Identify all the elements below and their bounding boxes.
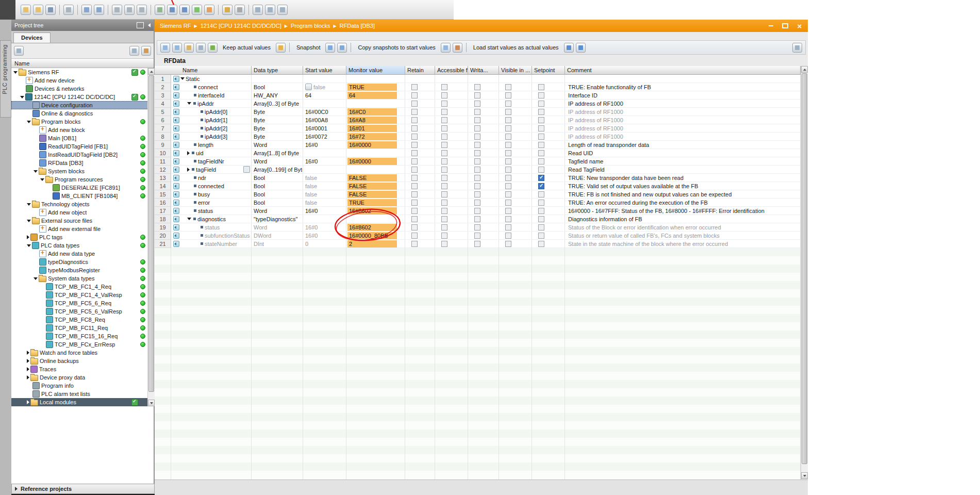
tree-item-mb-client-fb1084[interactable]: MB_CLIENT [FB1084]: [11, 192, 154, 200]
refresh-icon[interactable]: [196, 43, 206, 53]
data-type-cell[interactable]: Word: [252, 157, 303, 166]
tree-item-tcp-mb-fc8-req[interactable]: TCP_MB_FC8_Req: [11, 316, 154, 324]
name-cell[interactable]: interfaceId: [171, 91, 252, 100]
visible-checkbox[interactable]: [505, 200, 511, 206]
setpoint-checkbox[interactable]: [538, 101, 544, 107]
tree-item-device-proxy-data[interactable]: Device proxy data: [11, 373, 154, 382]
data-type-cell[interactable]: "typeDiagnostics": [252, 215, 303, 223]
data-type-cell[interactable]: DInt: [252, 240, 303, 248]
db-row-4-ipaddr[interactable]: 4ipAddrArray[0..3] of ByteIP address of …: [155, 100, 801, 108]
data-type-cell[interactable]: Bool: [252, 190, 303, 199]
row-number[interactable]: 4: [155, 100, 171, 108]
copy-snapshot-values-icon[interactable]: [441, 43, 451, 53]
data-type-cell[interactable]: Byte: [252, 108, 303, 116]
start-value-cell[interactable]: false: [303, 199, 346, 207]
start-value-cell[interactable]: [303, 100, 346, 108]
retain-checkbox[interactable]: [411, 142, 418, 148]
visible-checkbox[interactable]: [505, 208, 511, 214]
reset-start-values-icon[interactable]: [184, 43, 194, 53]
comment-cell[interactable]: State in the state machine of the block …: [565, 240, 801, 248]
tree-item-technology-objects[interactable]: Technology objects: [11, 200, 154, 208]
start-value-cell[interactable]: 16#0: [303, 157, 346, 166]
row-number[interactable]: 7: [155, 124, 171, 133]
monitor-value-cell[interactable]: 16#C0: [346, 108, 405, 116]
data-type-cell[interactable]: Bool: [252, 83, 303, 91]
accessible-checkbox[interactable]: [441, 167, 447, 173]
snapshot-button[interactable]: Snapshot: [293, 43, 323, 52]
db-row-13-ndr[interactable]: 13ndrBoolfalseFALSETRUE: New transponder…: [155, 174, 801, 182]
monitor-value-cell[interactable]: [346, 100, 405, 108]
tree-item-tcp-mb-fc1-4-req[interactable]: TCP_MB_FC1_4_Req: [11, 283, 154, 291]
monitor-value-cell[interactable]: 16#8602: [346, 207, 405, 215]
writable-checkbox[interactable]: [474, 117, 480, 123]
tree-scroll-down-icon[interactable]: [148, 400, 155, 406]
name-cell[interactable]: Static: [171, 75, 252, 83]
retain-checkbox[interactable]: [411, 224, 418, 230]
data-type-cell[interactable]: Byte: [252, 133, 303, 141]
writable-checkbox[interactable]: [474, 200, 480, 206]
name-cell[interactable]: status: [171, 207, 252, 215]
detail-view-icon[interactable]: [792, 43, 802, 53]
name-cell[interactable]: ndr: [171, 174, 252, 182]
snapshot-apply-icon[interactable]: [337, 43, 347, 53]
retain-checkbox[interactable]: [411, 216, 418, 222]
comment-cell[interactable]: Read TagField: [565, 166, 801, 174]
visible-checkbox[interactable]: [505, 233, 511, 239]
expander-icon[interactable]: [187, 168, 190, 172]
setpoint-checkbox[interactable]: [538, 158, 544, 164]
setpoint-checkbox[interactable]: [538, 109, 544, 115]
db-row-20-subfunctionstatus[interactable]: 20subfunctionStatusDWord16#016#0000_80BB…: [155, 232, 801, 240]
writable-checkbox[interactable]: [474, 101, 480, 107]
expander-icon[interactable]: [27, 351, 29, 355]
data-type-cell[interactable]: Word: [252, 207, 303, 215]
row-number[interactable]: 20: [155, 232, 171, 240]
accessible-checkbox[interactable]: [441, 208, 447, 214]
db-row-6-ipaddr-1[interactable]: 6ipAddr[1]Byte16#00A816#A8IP address of …: [155, 116, 801, 124]
tree-item-readuidtagfield-fb1[interactable]: ReadUIDTagField [FB1]: [11, 142, 154, 151]
db-row-17-status[interactable]: 17statusWord16#016#860216#0000 - 16#7FFF…: [155, 207, 801, 215]
download-to-device-icon[interactable]: [167, 5, 177, 15]
writable-checkbox[interactable]: [474, 109, 480, 115]
tree-item-local-modules[interactable]: Local modules: [11, 398, 154, 406]
expander-icon[interactable]: [27, 375, 29, 380]
name-cell[interactable]: stateNumber: [171, 240, 252, 248]
tree-item-tcp-mb-fc5-6-req[interactable]: TCP_MB_FC5_6_Req: [11, 299, 154, 307]
load-values-icon[interactable]: [564, 43, 574, 53]
comment-cell[interactable]: IP address of RF1000: [565, 133, 801, 141]
row-number[interactable]: 19: [155, 223, 171, 232]
monitor-value-cell[interactable]: 16#72: [346, 133, 405, 141]
tree-item-siemens-rf[interactable]: Siemens RF: [11, 68, 154, 76]
tree-scroll-thumb[interactable]: [148, 75, 154, 392]
expander-icon[interactable]: [27, 359, 29, 363]
row-number[interactable]: 15: [155, 190, 171, 199]
copy-snapshot-values-all-icon[interactable]: [453, 43, 462, 53]
accessible-checkbox[interactable]: [441, 92, 447, 98]
start-value-cell[interactable]: 16#0: [303, 232, 346, 240]
start-value-cell[interactable]: [303, 149, 346, 157]
tree-item-rfdata-db3[interactable]: RFData [DB3]: [11, 159, 154, 167]
expander-icon[interactable]: [20, 96, 24, 98]
db-row-14-connected[interactable]: 14connectedBoolfalseFALSETRUE: Valid set…: [155, 182, 801, 190]
visible-checkbox[interactable]: [505, 158, 511, 164]
data-type-cell[interactable]: Array[1..8] of Byte: [252, 149, 303, 157]
accessible-checkbox[interactable]: [441, 200, 447, 206]
copy-snapshots-button[interactable]: Copy snapshots to start values: [355, 43, 438, 52]
name-cell[interactable]: busy: [171, 190, 252, 199]
db-row-10-uid[interactable]: 10uidArray[1..8] of ByteRead UID: [155, 149, 801, 157]
tree-column-header[interactable]: Name: [11, 59, 154, 68]
tree-item-add-new-block[interactable]: Add new block: [11, 126, 154, 134]
cut-icon[interactable]: [112, 5, 122, 15]
start-cpu-icon[interactable]: [192, 5, 202, 15]
tree-view-options-icon[interactable]: [14, 46, 24, 56]
start-value-cell[interactable]: [303, 166, 346, 174]
data-type-cell[interactable]: Byte: [252, 116, 303, 124]
visible-checkbox[interactable]: [505, 241, 511, 247]
tree-item-program-blocks[interactable]: Program blocks: [11, 118, 154, 126]
tree-item-tcp-mb-fc15-16-req[interactable]: TCP_MB_FC15_16_Req: [11, 332, 154, 340]
retain-checkbox[interactable]: [411, 92, 418, 98]
monitor-value-cell[interactable]: FALSE: [346, 190, 405, 199]
tree-item-add-new-data-type[interactable]: Add new data type: [11, 250, 154, 258]
setpoint-checkbox[interactable]: [538, 175, 544, 181]
start-value-cell[interactable]: false: [303, 182, 346, 190]
expander-icon[interactable]: [27, 244, 31, 247]
